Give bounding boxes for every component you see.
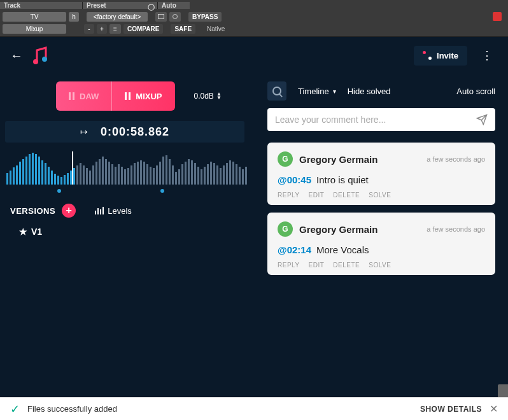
add-version-button[interactable]: + (62, 204, 76, 218)
wave-bar (29, 154, 31, 185)
track-header-label: Track (0, 2, 83, 9)
wave-bar (134, 163, 136, 185)
versions-label: VERSIONS (10, 206, 55, 216)
wave-bar (191, 160, 193, 185)
wave-bar (38, 157, 40, 185)
source-toggle: DAW MIXUP (56, 81, 175, 111)
track-h-button[interactable]: h (69, 12, 79, 22)
wave-bar (229, 160, 231, 185)
wave-bar (118, 164, 120, 185)
comment-action-reply[interactable]: REPLY (278, 192, 300, 199)
comment-action-delete[interactable]: DELETE (333, 262, 360, 269)
pause-icon (69, 92, 74, 100)
wave-bar (140, 160, 142, 185)
timeline-marker[interactable] (160, 189, 164, 193)
mixup-logo (32, 45, 50, 66)
comment-text: More Vocals (316, 244, 369, 255)
wave-bar (121, 167, 123, 185)
hide-solved-toggle[interactable]: Hide solved (348, 87, 391, 96)
auto-header-label: Auto (158, 2, 190, 9)
mixup-toggle[interactable]: MIXUP (112, 81, 174, 111)
more-menu-icon[interactable]: ⋮ (476, 46, 498, 65)
window-icon-button[interactable] (155, 12, 167, 22)
wave-bar (242, 169, 244, 185)
compare-button[interactable]: COMPARE (123, 24, 163, 34)
db-stepper-icon[interactable]: ▲▼ (216, 92, 222, 100)
timeline-marker[interactable] (57, 189, 61, 193)
comment-action-edit[interactable]: EDIT (309, 262, 325, 269)
comments-pane: Timeline▾ Hide solved Auto scroll GGrego… (260, 74, 508, 407)
comment-action-reply[interactable]: REPLY (278, 262, 300, 269)
wave-bar (159, 162, 161, 185)
comment-timestamp[interactable]: @02:14 (278, 244, 311, 255)
wave-bar (210, 162, 212, 185)
playhead[interactable] (72, 151, 73, 185)
comment-action-solve[interactable]: SOLVE (369, 192, 391, 199)
invite-button[interactable]: Invite (414, 46, 467, 66)
wave-bar (223, 165, 225, 185)
target-icon-button[interactable] (169, 12, 181, 22)
levels-icon (95, 207, 104, 214)
comment-card: GGregory Germaina few seconds ago@00:45I… (267, 143, 495, 205)
resize-handle[interactable] (498, 384, 508, 397)
bypass-button[interactable]: BYPASS (188, 12, 222, 22)
close-icon[interactable]: ✕ (490, 403, 498, 415)
wave-bar (80, 163, 81, 185)
comment-action-edit[interactable]: EDIT (309, 192, 325, 199)
avatar: G (278, 221, 293, 237)
wave-bar (41, 160, 43, 185)
waveform[interactable] (5, 151, 250, 185)
wave-bar (48, 167, 50, 185)
send-icon[interactable] (476, 114, 488, 125)
wave-bar (150, 167, 152, 185)
db-readout[interactable]: 0.0dB ▲▼ (194, 92, 222, 101)
wave-bar (57, 176, 59, 185)
wave-bar (22, 159, 24, 185)
comment-action-solve[interactable]: SOLVE (369, 262, 391, 269)
preset-select[interactable]: <factory default> (87, 12, 148, 22)
comment-action-delete[interactable]: DELETE (333, 192, 360, 199)
skip-icon[interactable]: ↦ (80, 127, 88, 137)
wave-bar (188, 159, 190, 185)
comment-input[interactable] (275, 115, 476, 125)
minus-button[interactable]: - (84, 24, 94, 34)
wave-bar (207, 164, 209, 185)
plus-button[interactable]: + (97, 24, 107, 34)
back-arrow-icon[interactable]: ← (10, 48, 23, 63)
version-item[interactable]: ★V1 (5, 227, 250, 237)
timecode-display: 0:00:58.862 (101, 125, 169, 139)
record-indicator[interactable] (493, 12, 502, 21)
svg-point-1 (42, 57, 47, 62)
notification-bar: ✓ Files successfully added SHOW DETAILS … (0, 397, 508, 420)
comment-author: Gregory Germain (299, 154, 377, 165)
wave-bar (143, 162, 145, 185)
wave-bar (6, 173, 8, 185)
preset-list-icon[interactable]: ≡ (109, 24, 121, 34)
chevron-down-icon[interactable]: ◯ (148, 3, 155, 10)
mixup-track-select[interactable]: Mixup (3, 24, 66, 34)
wave-bar (95, 162, 97, 185)
wave-bar (137, 162, 139, 185)
wave-bar (10, 171, 11, 185)
version-name: V1 (31, 227, 42, 237)
wave-bar (86, 168, 88, 185)
daw-toggle[interactable]: DAW (56, 81, 111, 111)
levels-button[interactable]: Levels (95, 206, 132, 216)
search-button[interactable] (267, 81, 286, 101)
comment-time: a few seconds ago (427, 155, 485, 163)
pause-icon (125, 92, 131, 100)
wave-bar (127, 168, 129, 185)
wave-bar (185, 162, 187, 185)
track-name-select[interactable]: TV (3, 12, 66, 22)
wave-bar (201, 169, 202, 185)
show-details-button[interactable]: SHOW DETAILS (420, 405, 482, 414)
comment-text: Intro is quiet (316, 174, 369, 185)
wave-bar (131, 165, 132, 185)
comment-timestamp[interactable]: @00:45 (278, 174, 311, 185)
wave-bar (108, 162, 110, 185)
wave-bar (76, 165, 78, 185)
timeline-dropdown[interactable]: Timeline▾ (298, 87, 336, 96)
wave-bar (153, 168, 155, 185)
autoscroll-toggle[interactable]: Auto scroll (456, 87, 495, 96)
safe-button[interactable]: SAFE (171, 24, 195, 34)
